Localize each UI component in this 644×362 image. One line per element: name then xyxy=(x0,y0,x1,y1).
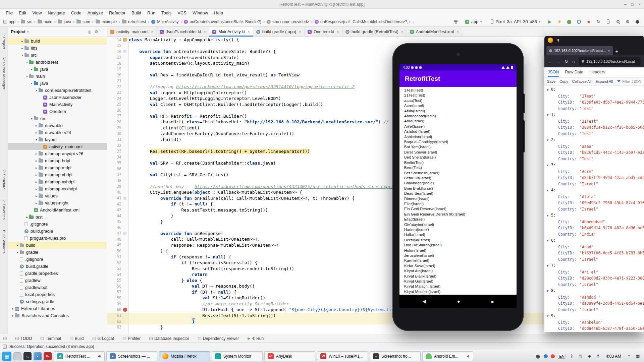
tree-item[interactable]: ▸build xyxy=(8,242,107,249)
editor-tab[interactable]: AndroidManifest.xml× xyxy=(407,27,462,37)
taskbar-app-button[interactable]: Mozilla Firefox xyxy=(159,351,210,361)
tree-item[interactable]: ▾main xyxy=(8,73,107,80)
close-tab-icon[interactable]: × xyxy=(608,49,610,53)
notifications-bell-icon[interactable] xyxy=(634,18,641,25)
tree-item[interactable]: ▸External Libraries xyxy=(8,305,107,312)
menu-item-help[interactable]: Help xyxy=(211,10,226,16)
tree-item[interactable]: activity_main.xml xyxy=(8,143,107,150)
menu-item-refactor[interactable]: Refactor xyxy=(106,10,128,16)
toolwindow-button-profiler[interactable]: Profiler xyxy=(123,336,141,341)
gutter-line[interactable]: 28 xyxy=(107,119,128,125)
home-button-icon[interactable] xyxy=(457,298,460,304)
tree-item[interactable]: ▸drawable xyxy=(8,122,107,129)
tree-item[interactable]: ▸mipmap-anydpi-v26 xyxy=(8,150,107,157)
toolwindow-corner-icon[interactable] xyxy=(3,345,7,349)
gutter-line[interactable]: 26 xyxy=(107,107,128,113)
gutter-line[interactable]: 39 xyxy=(107,184,128,190)
toolwindow-button-todo[interactable]: TODO xyxy=(15,336,32,341)
menu-item-build[interactable]: Build xyxy=(128,10,144,16)
gutter-line[interactable]: 55 xyxy=(107,278,128,284)
breadcrumb-item[interactable]: example xyxy=(96,19,117,24)
tree-chevron-icon[interactable]: ▸ xyxy=(34,187,39,191)
close-tab-icon[interactable]: × xyxy=(299,29,301,34)
gutter-line[interactable]: 48 xyxy=(107,236,128,242)
gutter-line[interactable]: 49 xyxy=(107,242,128,248)
gutter-line[interactable]: 34 xyxy=(107,154,128,160)
virtual-desktop-pager[interactable] xyxy=(13,352,21,360)
tree-chevron-icon[interactable]: ▸ xyxy=(20,39,24,43)
viewer-tab-raw-data[interactable]: Raw Data xyxy=(565,67,583,77)
breadcrumb-item[interactable]: onCreate(savedInstanceState: Bundle?) xyxy=(184,19,261,24)
gutter-line[interactable]: 24 xyxy=(107,96,128,102)
tree-chevron-icon[interactable]: ▾ xyxy=(34,88,39,92)
tree-item[interactable]: settings.gradle xyxy=(8,298,107,305)
gutter-line[interactable]: 21 xyxy=(107,78,128,84)
gutter-line[interactable]: 45 xyxy=(107,219,128,225)
toolwindow-button-database-inspector[interactable]: Database Inspector xyxy=(149,336,189,341)
tree-chevron-icon[interactable]: ▾ xyxy=(25,74,29,78)
gutter-line[interactable]: 62 xyxy=(107,318,128,324)
close-icon[interactable] xyxy=(638,2,641,7)
menu-item-code[interactable]: Code xyxy=(68,10,85,16)
terminal-launcher-icon[interactable] xyxy=(23,352,32,360)
tree-item[interactable]: AndroidManifest.xml xyxy=(8,206,107,214)
filter-json-input[interactable]: Filter JSON xyxy=(617,79,641,83)
gutter-line[interactable]: 61 xyxy=(107,313,128,319)
gutter-line[interactable]: 47↑ xyxy=(107,231,128,237)
close-tab-icon[interactable]: × xyxy=(401,29,404,34)
gutter-line[interactable]: 30 xyxy=(107,131,128,137)
tree-chevron-icon[interactable]: ▾ xyxy=(30,81,34,85)
toolwindow-button-4-run[interactable]: 4: Run xyxy=(248,336,264,341)
breadcrumb-item[interactable]: main xyxy=(38,19,52,24)
home-icon[interactable] xyxy=(572,59,575,64)
gutter-line[interactable]: 15 xyxy=(107,43,128,49)
menu-item-analyze[interactable]: Analyze xyxy=(85,10,106,16)
close-tab-icon[interactable]: × xyxy=(457,29,459,34)
breadcrumb-item[interactable]: com xyxy=(76,19,90,24)
tree-chevron-icon[interactable]: ▸ xyxy=(25,215,29,219)
action-button-save[interactable]: Save xyxy=(547,79,555,83)
toolwindow-button-build[interactable]: Build xyxy=(70,336,84,341)
editor-tab[interactable]: OneItem.kt× xyxy=(305,27,342,37)
hide-panel-icon[interactable] xyxy=(101,29,104,34)
tree-item[interactable]: .gitignore xyxy=(8,221,107,228)
close-tab-icon[interactable]: × xyxy=(204,29,206,34)
tree-chevron-icon[interactable]: ▾ xyxy=(25,60,29,64)
breadcrumb-item[interactable]: src xyxy=(21,19,32,24)
close-tab-icon[interactable]: × xyxy=(248,29,250,34)
gutter-line[interactable]: 14c xyxy=(107,37,128,43)
tree-chevron-icon[interactable]: ▸ xyxy=(11,314,15,317)
run-icon[interactable] xyxy=(546,18,553,25)
tree-item[interactable]: gradle.properties xyxy=(8,270,107,277)
gutter-line[interactable]: 25 xyxy=(107,102,128,108)
toolwindow-button-dependency-viewer[interactable]: Dependency Viewer xyxy=(198,336,239,341)
collapse-triangle-icon[interactable]: ▼ xyxy=(547,288,551,294)
tree-item[interactable]: gradlew.bat xyxy=(8,284,107,291)
viewer-tab-headers[interactable]: Headers xyxy=(589,67,605,77)
gutter-line[interactable]: 38 xyxy=(107,178,128,184)
tree-item[interactable]: build.gradle xyxy=(8,228,107,235)
microphone-icon[interactable] xyxy=(595,353,601,359)
tree-item[interactable]: build.gradle xyxy=(8,263,107,270)
collapse-triangle-icon[interactable]: ▼ xyxy=(547,137,551,143)
taskbar-app-button[interactable]: Screenshots — ... xyxy=(106,351,157,361)
gutter-line[interactable]: 56 xyxy=(107,283,128,289)
gutter-line[interactable]: 18 xyxy=(107,60,128,66)
editor-tab[interactable]: JsonPlaceholder.kt× xyxy=(157,27,209,37)
action-button-copy[interactable]: Copy xyxy=(559,79,568,83)
apply-changes-icon[interactable] xyxy=(556,18,563,25)
breadcrumb-item[interactable]: <no name provided> xyxy=(267,19,309,24)
taskbar-app-button[interactable]: Screenshot fro... xyxy=(370,351,421,361)
tree-chevron-icon[interactable]: ▸ xyxy=(34,131,39,134)
url-bar[interactable]: 192.168.0.102/backend/Locat xyxy=(579,57,641,65)
gutter-line[interactable]: 51 xyxy=(107,254,128,260)
tray-status-icon[interactable] xyxy=(544,354,548,358)
tree-chevron-icon[interactable]: ▸ xyxy=(34,152,39,156)
gutter-line[interactable]: 59 xyxy=(107,301,128,307)
gutter-line[interactable]: 20 xyxy=(107,72,128,78)
editor-tab[interactable]: build.gradle (RetrofitTest)× xyxy=(342,27,407,37)
gutter-line[interactable]: 60 xyxy=(107,307,128,313)
close-tab-icon[interactable]: × xyxy=(151,29,153,34)
breadcrumb-item[interactable]: MainActivity xyxy=(151,19,178,24)
tree-item[interactable]: ▸Scratches and Consoles xyxy=(8,312,107,319)
